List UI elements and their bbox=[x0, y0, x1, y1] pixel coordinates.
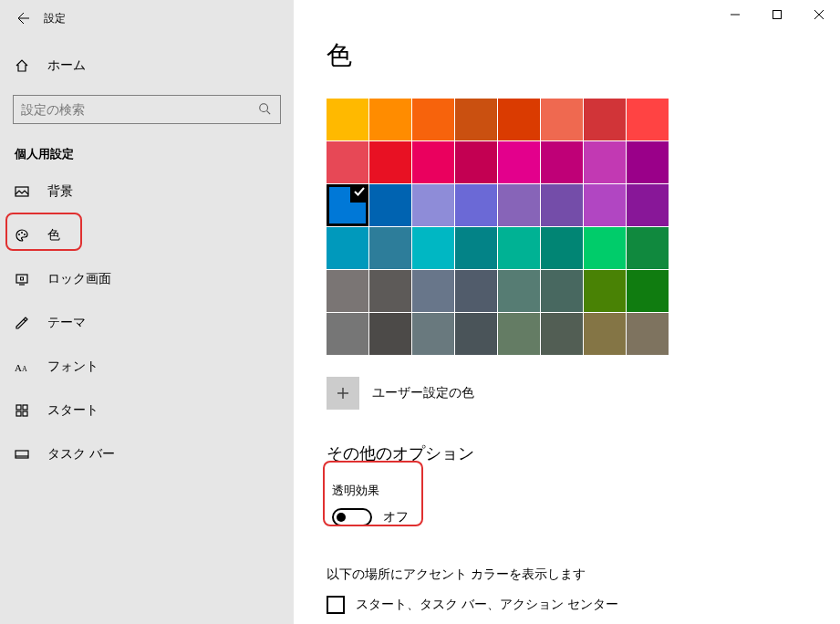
color-swatch[interactable] bbox=[369, 313, 411, 355]
color-swatch[interactable] bbox=[455, 141, 497, 183]
maximize-icon bbox=[772, 9, 783, 20]
color-swatch[interactable] bbox=[369, 184, 411, 226]
svg-rect-12 bbox=[23, 405, 27, 410]
maximize-button[interactable] bbox=[756, 0, 798, 29]
color-swatch[interactable] bbox=[498, 313, 540, 355]
close-button[interactable] bbox=[798, 0, 840, 29]
svg-rect-11 bbox=[16, 405, 21, 410]
color-swatch[interactable] bbox=[584, 99, 626, 140]
color-swatch[interactable] bbox=[455, 313, 497, 355]
transparency-state: オフ bbox=[383, 509, 409, 525]
color-swatch[interactable] bbox=[327, 99, 368, 140]
theme-icon bbox=[15, 316, 31, 330]
color-swatch[interactable] bbox=[541, 184, 583, 226]
search-input[interactable] bbox=[21, 102, 258, 117]
transparency-label: 透明効果 bbox=[332, 483, 410, 499]
window-controls bbox=[714, 0, 840, 29]
search-box[interactable] bbox=[13, 95, 281, 124]
color-swatch[interactable] bbox=[627, 227, 669, 269]
color-swatch[interactable] bbox=[455, 227, 497, 269]
color-swatch[interactable] bbox=[541, 270, 583, 312]
svg-rect-14 bbox=[23, 411, 27, 416]
nav-themes[interactable]: テーマ bbox=[0, 303, 294, 343]
color-swatch[interactable] bbox=[541, 99, 583, 140]
nav-label: 背景 bbox=[47, 183, 73, 200]
sidebar: 設定 ホーム 個人用設定 背景 色 ロック画面 テーマ bbox=[0, 0, 294, 624]
nav-label: フォント bbox=[47, 359, 99, 375]
palette-icon bbox=[15, 228, 31, 243]
color-swatch[interactable] bbox=[412, 227, 454, 269]
color-swatch[interactable] bbox=[327, 184, 368, 226]
color-swatch[interactable] bbox=[584, 270, 626, 312]
color-swatch[interactable] bbox=[541, 227, 583, 269]
color-swatch[interactable] bbox=[584, 313, 626, 355]
color-swatch[interactable] bbox=[455, 270, 497, 312]
nav-lockscreen[interactable]: ロック画面 bbox=[0, 259, 294, 299]
toggle-knob bbox=[337, 513, 346, 522]
color-swatch[interactable] bbox=[584, 227, 626, 269]
lockscreen-icon bbox=[15, 272, 31, 286]
svg-rect-2 bbox=[16, 187, 28, 196]
svg-point-3 bbox=[18, 234, 20, 235]
color-swatch[interactable] bbox=[627, 184, 669, 226]
nav-fonts[interactable]: AA フォント bbox=[0, 347, 294, 387]
add-custom-color-button[interactable] bbox=[327, 377, 359, 410]
accent-description: 以下の場所にアクセント カラーを表示します bbox=[327, 567, 840, 583]
minimize-button[interactable] bbox=[714, 0, 756, 29]
nav-label: ロック画面 bbox=[47, 271, 111, 287]
check-icon bbox=[350, 182, 368, 201]
accent-checkbox-row[interactable]: スタート、タスク バー、アクション センター bbox=[327, 596, 840, 614]
color-swatch[interactable] bbox=[541, 313, 583, 355]
nav-home[interactable]: ホーム bbox=[0, 46, 294, 86]
taskbar-icon bbox=[15, 447, 31, 462]
transparency-toggle[interactable] bbox=[332, 508, 372, 526]
color-swatch[interactable] bbox=[455, 99, 497, 140]
color-swatch[interactable] bbox=[412, 141, 454, 183]
nav-taskbar[interactable]: タスク バー bbox=[0, 434, 294, 474]
color-swatch[interactable] bbox=[498, 184, 540, 226]
custom-color-row[interactable]: ユーザー設定の色 bbox=[327, 377, 840, 410]
accent-checkbox-label: スタート、タスク バー、アクション センター bbox=[356, 597, 618, 613]
color-swatch[interactable] bbox=[627, 313, 669, 355]
color-swatch[interactable] bbox=[369, 270, 411, 312]
back-button[interactable] bbox=[11, 5, 36, 31]
start-icon bbox=[15, 403, 31, 418]
nav-colors[interactable]: 色 bbox=[0, 215, 294, 255]
color-swatch[interactable] bbox=[369, 227, 411, 269]
picture-icon bbox=[15, 184, 31, 199]
page-title: 色 bbox=[327, 38, 840, 73]
color-swatch[interactable] bbox=[327, 141, 368, 183]
color-swatch[interactable] bbox=[498, 141, 540, 183]
color-swatch[interactable] bbox=[627, 141, 669, 183]
color-swatch[interactable] bbox=[627, 270, 669, 312]
color-swatch[interactable] bbox=[412, 313, 454, 355]
color-swatch[interactable] bbox=[584, 141, 626, 183]
nav-start[interactable]: スタート bbox=[0, 390, 294, 431]
svg-point-4 bbox=[21, 232, 23, 234]
color-swatch[interactable] bbox=[498, 270, 540, 312]
color-swatch[interactable] bbox=[455, 184, 497, 226]
color-swatch[interactable] bbox=[498, 99, 540, 140]
color-swatch[interactable] bbox=[412, 270, 454, 312]
color-swatch[interactable] bbox=[584, 184, 626, 226]
close-icon bbox=[814, 9, 824, 20]
search-icon bbox=[258, 102, 273, 117]
accent-start-checkbox[interactable] bbox=[327, 596, 345, 614]
color-swatch[interactable] bbox=[369, 141, 411, 183]
color-swatch[interactable] bbox=[412, 184, 454, 226]
nav-background[interactable]: 背景 bbox=[0, 172, 294, 212]
color-swatch[interactable] bbox=[627, 99, 669, 140]
svg-rect-15 bbox=[16, 451, 28, 458]
color-swatch[interactable] bbox=[327, 227, 368, 269]
transparency-option: 透明効果 オフ bbox=[325, 477, 418, 536]
svg-point-0 bbox=[260, 104, 268, 112]
color-swatch[interactable] bbox=[327, 313, 368, 355]
nav-home-label: ホーム bbox=[47, 57, 86, 74]
color-swatch[interactable] bbox=[369, 99, 411, 140]
app-title: 設定 bbox=[44, 11, 66, 26]
color-swatch[interactable] bbox=[498, 227, 540, 269]
color-swatch[interactable] bbox=[541, 141, 583, 183]
color-swatch[interactable] bbox=[327, 270, 368, 312]
nav-label: タスク バー bbox=[47, 446, 115, 463]
color-swatch[interactable] bbox=[412, 99, 454, 140]
